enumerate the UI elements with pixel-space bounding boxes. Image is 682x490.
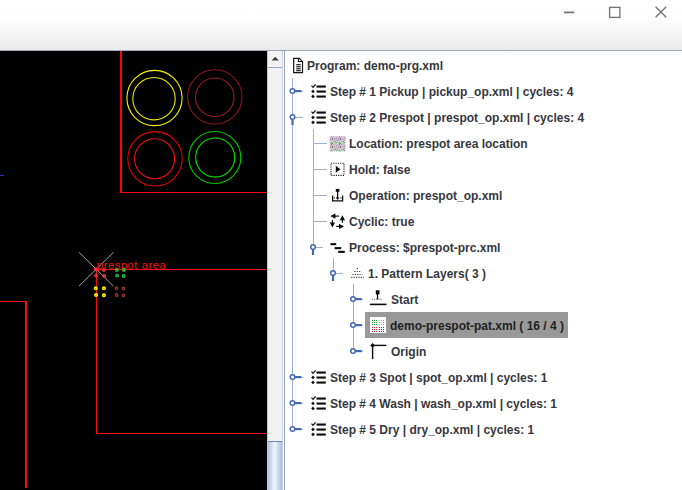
svg-text:prespot area: prespot area (97, 259, 166, 271)
